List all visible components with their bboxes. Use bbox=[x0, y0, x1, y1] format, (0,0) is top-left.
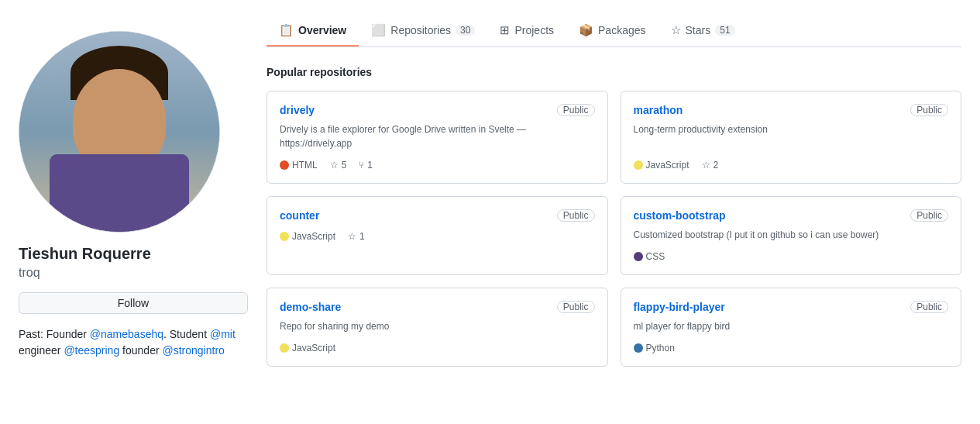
repo-name[interactable]: demo-share bbox=[280, 301, 341, 313]
lang-dot bbox=[280, 343, 289, 353]
repo-name[interactable]: counter bbox=[280, 209, 319, 222]
repo-language: JavaScript bbox=[634, 160, 689, 171]
visibility-badge: Public bbox=[910, 104, 948, 116]
avatar bbox=[19, 31, 220, 233]
repo-language: HTML bbox=[280, 160, 318, 171]
repo-card: flappy-bird-player Public ml player for … bbox=[621, 288, 962, 367]
tab-overview-label: Overview bbox=[298, 24, 346, 36]
lang-dot bbox=[634, 343, 643, 353]
bio-link-strongintro[interactable]: @strongintro bbox=[162, 344, 224, 357]
repo-card-header: marathon Public bbox=[634, 104, 949, 116]
user-fullname: Tieshun Roquerre bbox=[19, 245, 248, 263]
repo-name[interactable]: flappy-bird-player bbox=[634, 301, 725, 313]
page-layout: Tieshun Roquerre troq Follow Past: Found… bbox=[0, 0, 980, 382]
profile-nav: 📋 Overview ⬜ Repositories 30 ⊞ Projects … bbox=[266, 16, 961, 47]
repo-card-header: demo-share Public bbox=[280, 301, 595, 313]
repo-card-header: drively Public bbox=[280, 104, 595, 116]
package-icon: 📦 bbox=[579, 23, 593, 37]
repo-meta: JavaScript bbox=[280, 343, 595, 353]
repo-name[interactable]: drively bbox=[280, 104, 315, 116]
book-icon: 📋 bbox=[279, 23, 294, 37]
repo-name[interactable]: marathon bbox=[634, 104, 683, 116]
repo-language: CSS bbox=[634, 251, 665, 262]
lang-dot bbox=[634, 252, 643, 261]
repo-meta: HTML ☆ 5 ⑂ 1 bbox=[280, 160, 595, 171]
repo-description: ml player for flappy bird bbox=[634, 319, 949, 333]
user-bio: Past: Founder @namebasehq. Student @mit … bbox=[19, 326, 248, 359]
star-icon: ☆ bbox=[671, 23, 681, 37]
repo-card: custom-bootstrap Public Customized boots… bbox=[621, 196, 962, 275]
lang-dot bbox=[634, 160, 643, 170]
repo-forks: ⑂ 1 bbox=[359, 160, 373, 171]
visibility-badge: Public bbox=[910, 209, 948, 222]
repo-description: Long-term productivity extension bbox=[634, 122, 949, 150]
tab-overview[interactable]: 📋 Overview bbox=[266, 16, 359, 47]
tab-projects-label: Projects bbox=[514, 24, 554, 36]
repo-card: demo-share Public Repo for sharing my de… bbox=[266, 288, 608, 367]
repo-meta: JavaScript ☆ 1 bbox=[280, 231, 595, 242]
repo-language: JavaScript bbox=[280, 343, 335, 353]
main-content: 📋 Overview ⬜ Repositories 30 ⊞ Projects … bbox=[266, 16, 961, 367]
repositories-badge: 30 bbox=[456, 25, 475, 36]
tab-stars[interactable]: ☆ Stars 51 bbox=[658, 16, 748, 47]
repo-meta: CSS bbox=[634, 251, 949, 262]
visibility-badge: Public bbox=[557, 301, 595, 313]
section-title: Popular repositories bbox=[266, 66, 961, 78]
repo-description: Customized bootstrap (I put it on github… bbox=[634, 228, 949, 242]
visibility-badge: Public bbox=[910, 301, 948, 313]
lang-name: CSS bbox=[646, 251, 665, 262]
bio-text-engineer: engineer bbox=[19, 344, 64, 357]
repo-card-header: counter Public bbox=[280, 209, 595, 222]
bio-text-student: . Student bbox=[163, 328, 210, 340]
repo-name[interactable]: custom-bootstrap bbox=[634, 209, 726, 222]
repo-meta: JavaScript ☆ 2 bbox=[634, 160, 949, 171]
repo-card-header: flappy-bird-player Public bbox=[634, 301, 949, 313]
repo-stars[interactable]: ☆ 5 bbox=[330, 160, 347, 171]
tab-repositories[interactable]: ⬜ Repositories 30 bbox=[359, 16, 487, 47]
fork-icon: ⑂ bbox=[359, 160, 364, 171]
stars-badge: 51 bbox=[715, 25, 734, 36]
repo-meta: Python bbox=[634, 343, 949, 353]
star-icon: ☆ bbox=[348, 231, 356, 242]
tab-projects[interactable]: ⊞ Projects bbox=[487, 16, 566, 47]
user-handle: troq bbox=[19, 266, 248, 280]
lang-dot bbox=[280, 160, 289, 170]
bio-link-teespring[interactable]: @teespring bbox=[64, 344, 119, 357]
lang-name: JavaScript bbox=[292, 231, 335, 242]
repo-stars[interactable]: ☆ 1 bbox=[348, 231, 365, 242]
lang-name: HTML bbox=[292, 160, 318, 171]
star-count: 1 bbox=[359, 231, 365, 242]
star-count: 2 bbox=[714, 160, 719, 171]
repo-description: Repo for sharing my demo bbox=[280, 319, 595, 333]
visibility-badge: Public bbox=[557, 209, 595, 222]
sidebar: Tieshun Roquerre troq Follow Past: Found… bbox=[19, 16, 248, 367]
repo-card: drively Public Drively is a file explore… bbox=[266, 91, 608, 184]
lang-name: Python bbox=[646, 343, 675, 353]
star-count: 5 bbox=[342, 160, 347, 171]
follow-button[interactable]: Follow bbox=[19, 292, 248, 314]
tab-stars-label: Stars bbox=[686, 24, 711, 36]
tab-packages[interactable]: 📦 Packages bbox=[566, 16, 658, 47]
tab-repositories-label: Repositories bbox=[390, 24, 451, 36]
photo-body bbox=[50, 154, 189, 232]
repos-grid: drively Public Drively is a file explore… bbox=[266, 91, 961, 367]
tab-packages-label: Packages bbox=[598, 24, 645, 36]
lang-dot bbox=[280, 232, 289, 241]
bio-link-mit[interactable]: @mit bbox=[210, 328, 236, 340]
lang-name: JavaScript bbox=[646, 160, 689, 171]
repo-card: marathon Public Long-term productivity e… bbox=[621, 91, 962, 184]
visibility-badge: Public bbox=[557, 104, 595, 116]
repo-language: JavaScript bbox=[280, 231, 335, 242]
star-icon: ☆ bbox=[330, 160, 339, 171]
bio-link-namebasehq[interactable]: @namebasehq bbox=[90, 328, 163, 340]
grid-icon: ⊞ bbox=[500, 23, 510, 37]
popular-repos-section: Popular repositories drively Public Driv… bbox=[266, 66, 961, 367]
fork-count: 1 bbox=[367, 160, 373, 171]
repo-stars[interactable]: ☆ 2 bbox=[702, 160, 719, 171]
repo-icon: ⬜ bbox=[371, 23, 386, 37]
repo-card-header: custom-bootstrap Public bbox=[634, 209, 949, 222]
repo-description: Drively is a file explorer for Google Dr… bbox=[280, 122, 595, 150]
repo-card: counter Public JavaScript ☆ 1 bbox=[266, 196, 608, 275]
lang-name: JavaScript bbox=[292, 343, 335, 353]
bio-text-founder: founder bbox=[119, 344, 162, 357]
